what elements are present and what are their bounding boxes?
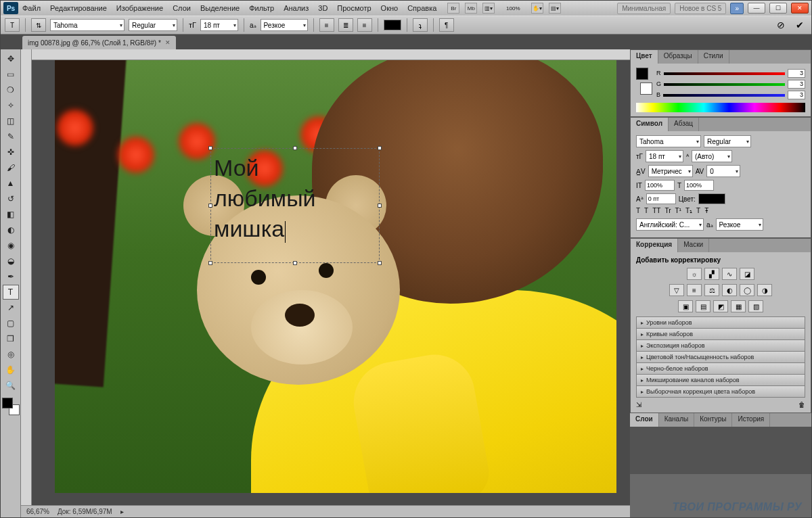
adj-brightness-icon[interactable]: ☼ [687, 268, 702, 280]
adj-levels-icon[interactable]: ▞ [704, 268, 719, 280]
channel-value[interactable] [788, 69, 805, 78]
brush-tool-icon[interactable]: 🖌 [3, 160, 19, 175]
menu-select[interactable]: Выделение [200, 4, 240, 12]
maximize-button[interactable]: ☐ [769, 3, 787, 14]
tab-adjustments[interactable]: Коррекция [631, 239, 678, 252]
adjust-preset[interactable]: Уровни наборов [636, 316, 805, 329]
adjust-preset[interactable]: Цветовой тон/Насыщенность наборов [636, 351, 805, 363]
text-edit-box[interactable]: Мой любимый мишка [210, 148, 380, 263]
menu-edit[interactable]: Редактирование [50, 4, 107, 12]
channel-slider[interactable] [663, 94, 785, 97]
menu-filter[interactable]: Фильтр [249, 4, 274, 12]
adj-exposure-icon[interactable]: ◪ [740, 268, 754, 280]
adj-vibrance-icon[interactable]: ▽ [669, 284, 684, 296]
heal-tool-icon[interactable]: ✜ [3, 145, 19, 160]
menu-view[interactable]: Просмотр [337, 4, 371, 12]
document-canvas[interactable]: Мой любимый мишка [55, 60, 616, 493]
text-style-button[interactable]: T [696, 207, 700, 214]
tab-history[interactable]: История [732, 413, 770, 427]
channel-slider[interactable] [664, 83, 785, 86]
cancel-edit-icon[interactable]: ⊘ [773, 18, 788, 32]
tab-character[interactable]: Символ [631, 118, 669, 131]
eraser-tool-icon[interactable]: ◧ [3, 207, 19, 222]
arrange-icon[interactable]: ▤▾ [549, 3, 561, 14]
wand-tool-icon[interactable]: ✧ [3, 98, 19, 113]
antialias-dropdown[interactable]: Резкое [261, 19, 308, 31]
lasso-tool-icon[interactable]: ❍ [3, 83, 19, 97]
close-document-icon[interactable]: ✕ [165, 39, 171, 46]
font-style-dropdown[interactable]: Regular [129, 19, 177, 31]
path-tool-icon[interactable]: ↗ [3, 300, 19, 315]
tab-swatches[interactable]: Образцы [658, 50, 698, 64]
orientation-toggle[interactable]: ⇅ [31, 18, 46, 32]
text-style-button[interactable]: Ŧ [704, 207, 708, 214]
tab-masks[interactable]: Маски [678, 239, 709, 252]
menu-window[interactable]: Окно [381, 4, 399, 12]
hand-icon[interactable]: ✋▾ [531, 3, 543, 14]
menu-file[interactable]: Файл [22, 4, 41, 12]
menu-help[interactable]: Справка [407, 4, 436, 12]
adj-gradmap-icon[interactable]: ▦ [731, 300, 746, 312]
adj-mixer-icon[interactable]: ◑ [757, 284, 772, 296]
tab-color[interactable]: Цвет [631, 50, 658, 64]
channel-value[interactable] [788, 91, 805, 99]
close-button[interactable]: ✕ [791, 3, 809, 14]
text-style-button[interactable]: TT [652, 207, 660, 214]
text-style-button[interactable]: T₁ [685, 207, 692, 214]
adjust-preset[interactable]: Кривые наборов [636, 328, 805, 340]
color-spectrum[interactable] [636, 103, 805, 112]
char-language[interactable]: Английский: С... [636, 218, 704, 231]
hand-tool-icon[interactable]: ✋ [3, 362, 19, 377]
text-style-button[interactable]: T¹ [675, 207, 681, 214]
tab-paragraph[interactable]: Абзац [669, 118, 699, 131]
doc-size-label[interactable]: Док: 6,59M/6,97M [58, 508, 112, 515]
dodge-tool-icon[interactable]: ◒ [3, 254, 19, 268]
pen-tool-icon[interactable]: ✒ [3, 269, 19, 284]
type-tool-icon[interactable]: T [3, 285, 19, 300]
marquee-tool-icon[interactable]: ▭ [3, 67, 19, 82]
workspace-more[interactable]: » [730, 3, 744, 14]
channel-slider[interactable] [664, 72, 786, 75]
stamp-tool-icon[interactable]: ▲ [3, 176, 19, 191]
document-tab[interactable]: img 00878.jpg @ 66,7% (Слой 1, RGB/8#) *… [22, 36, 176, 49]
adjust-expand-icon[interactable]: ⇲ [636, 401, 641, 408]
tab-styles[interactable]: Стили [698, 50, 729, 64]
char-antialias[interactable]: Резкое [716, 218, 763, 231]
adjust-preset[interactable]: Выборочная коррекция цвета наборов [636, 385, 805, 398]
char-vscale[interactable] [645, 180, 675, 191]
workspace-new-cs5[interactable]: Новое в CS 5 [675, 3, 726, 14]
adjust-preset[interactable]: Экспозиция наборов [636, 339, 805, 352]
font-family-dropdown[interactable]: Tahoma [50, 19, 125, 31]
tab-paths[interactable]: Контуры [694, 413, 732, 427]
move-tool-icon[interactable]: ✥ [3, 51, 19, 66]
blur-tool-icon[interactable]: ◉ [3, 238, 19, 253]
tool-preset-icon[interactable]: T [5, 18, 20, 32]
char-baseline[interactable] [646, 193, 676, 204]
zoom-tool-icon[interactable]: 🔍 [3, 378, 19, 393]
menu-analysis[interactable]: Анализ [284, 4, 309, 12]
gradient-tool-icon[interactable]: ◐ [3, 222, 19, 237]
adj-curves-icon[interactable]: ∿ [722, 268, 737, 280]
adjust-preset[interactable]: Микширование каналов наборов [636, 374, 805, 386]
menu-layers[interactable]: Слои [173, 4, 191, 12]
commit-edit-icon[interactable]: ✔ [792, 18, 807, 32]
adj-poster-icon[interactable]: ▤ [696, 300, 710, 312]
warp-text-icon[interactable]: ʇ [413, 18, 428, 32]
history-brush-icon[interactable]: ↺ [3, 191, 19, 206]
char-size[interactable]: 18 пт [646, 150, 683, 162]
layers-panel-body[interactable] [630, 427, 811, 474]
menu-3d[interactable]: 3D [318, 4, 328, 12]
text-style-button[interactable]: T [644, 207, 648, 214]
char-font-style[interactable]: Regular [704, 135, 751, 147]
text-style-button[interactable]: T [636, 207, 640, 214]
char-hscale[interactable] [684, 180, 714, 191]
adj-selective-icon[interactable]: ▧ [748, 300, 763, 312]
adjust-preset[interactable]: Черно-белое наборов [636, 362, 805, 375]
adj-photo-filter-icon[interactable]: ◯ [740, 284, 754, 296]
shape-tool-icon[interactable]: ▢ [3, 316, 19, 331]
align-center-icon[interactable]: ≣ [338, 18, 353, 32]
color-picker[interactable] [2, 398, 20, 415]
char-color[interactable] [698, 193, 725, 204]
3d-camera-icon[interactable]: ◎ [3, 347, 19, 362]
channel-value[interactable] [788, 80, 805, 89]
